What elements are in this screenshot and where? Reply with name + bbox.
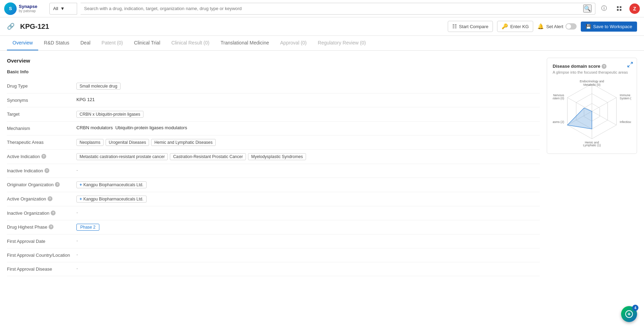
field-first-approval-date: First Approval Date -: [7, 235, 540, 248]
tab-patent[interactable]: Patent (0): [96, 36, 128, 50]
org-tag-kangpu-active[interactable]: + Kangpu Biopharmaceuticals Ltd.: [76, 196, 147, 203]
value-inactive-indication: -: [76, 167, 540, 173]
org-tag-kangpu-orig[interactable]: + Kangpu Biopharmaceuticals Ltd.: [76, 181, 147, 188]
svg-text:System (0): System (0): [553, 97, 564, 100]
label-target: Target: [7, 111, 76, 117]
tab-clinical-trial[interactable]: Clinical Trial: [129, 36, 166, 50]
value-inactive-org: -: [76, 210, 540, 215]
search-type-select[interactable]: All ▼: [49, 3, 77, 15]
value-active-org: + Kangpu Biopharmaceuticals Ltd.: [76, 196, 540, 203]
top-navigation: S Synapse by patsnap All ▼ 🔍 ⓘ Z: [0, 0, 644, 17]
value-first-approval-country: -: [76, 252, 540, 257]
field-therapeutic-areas: Therapeutic Areas Neoplasms Urogenital D…: [7, 135, 540, 150]
drug-title: KPG-121: [20, 23, 49, 31]
search-button[interactable]: 🔍: [583, 5, 592, 13]
label-mechanism: Mechanism: [7, 125, 76, 131]
info-panel: Overview Basic Info Drug Type Small mole…: [7, 58, 540, 276]
title-actions: ☷ Start Compare 🔑 Enter KG 🔔 Set Alert 💾…: [448, 21, 637, 32]
svg-line-11: [628, 65, 629, 67]
field-first-approval-country: First Approval Country/Location -: [7, 248, 540, 262]
disease-domain-subtitle: A glimpse into the focused therapeutic a…: [553, 70, 631, 74]
radar-svg: Endocrinology and Metabolic (0) Immune S…: [553, 79, 631, 148]
label-active-indication: Active Indication ?: [7, 153, 76, 159]
label-first-approval-country: First Approval Country/Location: [7, 252, 76, 258]
field-mechanism: Mechanism CRBN modulators Ubiquitin-prot…: [7, 122, 540, 135]
field-inactive-indication: Inactive Indication ? -: [7, 164, 540, 178]
tab-deal[interactable]: Deal: [75, 36, 96, 50]
active-indication-help-icon[interactable]: ?: [41, 154, 46, 159]
field-target: Target CRBN x Ubiquitin-protein ligases: [7, 107, 540, 122]
label-active-org: Active Organization ?: [7, 196, 76, 201]
expand-button[interactable]: [627, 61, 633, 69]
logo-icon: S: [4, 2, 17, 15]
tab-approval[interactable]: Approval (0): [275, 36, 312, 50]
label-drug-type: Drug Type: [7, 83, 76, 89]
drug-phase-help-icon[interactable]: ?: [49, 224, 53, 229]
save-workspace-button[interactable]: 💾 Save to Workspace: [581, 22, 637, 32]
start-compare-button[interactable]: ☷ Start Compare: [448, 21, 493, 32]
user-avatar[interactable]: Z: [629, 3, 640, 14]
value-mechanism: CRBN modulators Ubiquitin-protein ligase…: [76, 125, 540, 130]
field-active-org: Active Organization ? + Kangpu Biopharma…: [7, 192, 540, 206]
svg-text:Metabolic (0): Metabolic (0): [584, 83, 601, 87]
originator-org-help-icon[interactable]: ?: [55, 182, 60, 187]
radar-data-polygon: [567, 108, 592, 129]
logo: S Synapse by patsnap: [4, 2, 46, 15]
field-drug-highest-phase: Drug Highest Phase ? Phase 2: [7, 220, 540, 235]
tab-regulatory-review[interactable]: Regulatory Review (0): [312, 36, 372, 50]
tag-mcrpc: Metastatic castration-resistant prostate…: [76, 153, 168, 160]
link-icon: 🔗: [7, 23, 15, 30]
field-originator-org: Originator Organization ? + Kangpu Bioph…: [7, 178, 540, 192]
section-title: Overview: [7, 58, 540, 64]
tab-rd-status[interactable]: R&D Status: [38, 36, 75, 50]
label-therapeutic-areas: Therapeutic Areas: [7, 139, 76, 145]
disease-domain-title: Disease domain score ?: [553, 64, 631, 69]
title-bar: 🔗 KPG-121 ☷ Start Compare 🔑 Enter KG 🔔 S…: [0, 17, 644, 36]
label-first-approval-disease: First Approval Disease: [7, 266, 76, 272]
tag-urogenital: Urogenital Diseases: [106, 139, 149, 146]
side-panel: Disease domain score ? A glimpse into th…: [547, 58, 637, 276]
save-icon: 💾: [586, 24, 591, 29]
tag-crpc: Castration-Resistant Prostatic Cancer: [170, 153, 246, 160]
value-first-approval-date: -: [76, 238, 540, 243]
basic-info-title: Basic Info: [7, 69, 540, 74]
tab-clinical-result[interactable]: Clinical Result (0): [166, 36, 215, 50]
inactive-indication-help-icon[interactable]: ?: [44, 168, 49, 173]
compare-icon: ☷: [452, 23, 457, 30]
tag-neoplasms: Neoplasms: [76, 139, 104, 146]
radar-label-neoplasms: Neoplasms (2): [553, 120, 564, 124]
value-active-indication: Metastatic castration-resistant prostate…: [76, 153, 540, 160]
disease-domain-help-icon[interactable]: ?: [602, 64, 606, 69]
enter-kg-button[interactable]: 🔑 Enter KG: [497, 21, 533, 32]
tag-target[interactable]: CRBN x Ubiquitin-protein ligases: [76, 111, 143, 118]
field-inactive-org: Inactive Organization ? -: [7, 206, 540, 220]
search-input[interactable]: [84, 6, 583, 11]
field-synonyms: Synonyms KPG 121: [7, 93, 540, 107]
disease-domain-card: Disease domain score ? A glimpse into th…: [547, 58, 637, 154]
app-name: Synapse: [19, 4, 37, 9]
tag-mds: Myelodysplastic Syndromes: [248, 153, 306, 160]
field-drug-type: Drug Type Small molecule drug: [7, 79, 540, 93]
bell-icon: 🔔: [537, 23, 544, 30]
help-button[interactable]: ⓘ: [599, 3, 609, 14]
value-first-approval-disease: -: [76, 266, 540, 271]
apps-button[interactable]: [614, 3, 625, 14]
svg-text:Lymphatic (1): Lymphatic (1): [583, 143, 601, 147]
app-sub: by patsnap: [19, 9, 37, 13]
apps-icon: [617, 6, 622, 11]
svg-text:System (0): System (0): [620, 97, 631, 100]
alert-toggle[interactable]: [565, 23, 577, 30]
field-active-indication: Active Indication ? Metastatic castratio…: [7, 150, 540, 164]
label-drug-highest-phase: Drug Highest Phase ?: [7, 224, 76, 230]
search-bar: 🔍: [81, 3, 595, 15]
kg-icon: 🔑: [502, 23, 508, 30]
inactive-org-help-icon[interactable]: ?: [51, 211, 56, 215]
label-inactive-indication: Inactive Indication ?: [7, 167, 76, 173]
value-originator-org: + Kangpu Biopharmaceuticals Ltd.: [76, 181, 540, 188]
label-originator-org: Originator Organization ?: [7, 181, 76, 187]
active-org-help-icon[interactable]: ?: [48, 196, 52, 201]
tab-overview[interactable]: Overview: [7, 36, 38, 50]
tab-translational-medicine[interactable]: Translational Medicine: [215, 36, 275, 50]
main-content: Overview Basic Info Drug Type Small mole…: [0, 51, 644, 283]
set-alert-label: Set Alert: [546, 24, 563, 29]
